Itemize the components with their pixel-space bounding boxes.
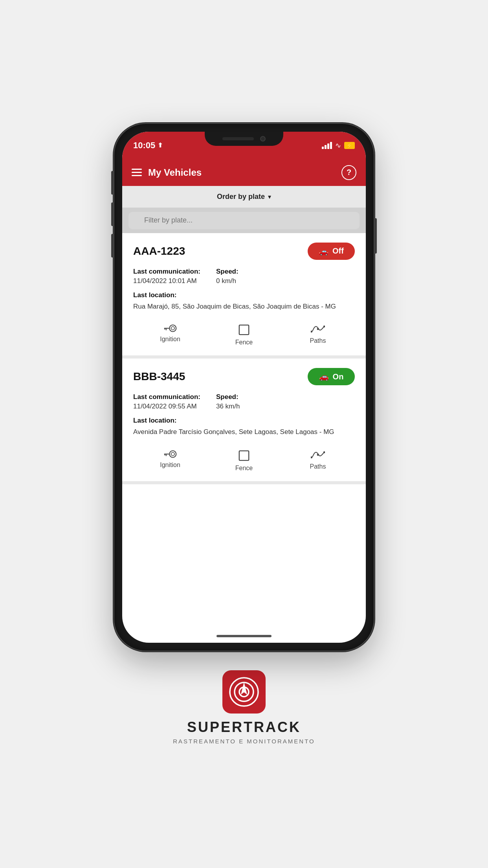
vehicle-header: AAA-1223 🚗 Off [133, 243, 355, 260]
svg-rect-14 [239, 451, 249, 460]
fence-button[interactable]: Fence [224, 324, 264, 346]
ignition-label: Ignition [160, 462, 180, 469]
paths-icon [311, 324, 325, 334]
battery-icon: ⚡ [344, 142, 355, 149]
location-label: Last location: [133, 291, 355, 299]
vehicle-info: Last communication: 11/04/2022 10:01 AM … [133, 268, 355, 285]
status-bar: 10:05 ⬆ ∿ ⚡ [122, 132, 366, 159]
fence-button[interactable]: Fence [224, 450, 264, 472]
header-left: My Vehicles [132, 167, 202, 178]
paths-label: Paths [310, 337, 326, 344]
car-icon: 🚗 [319, 372, 329, 381]
svg-point-17 [317, 454, 319, 456]
phone-screen: 10:05 ⬆ ∿ ⚡ [122, 132, 366, 643]
speed-label: Speed: [216, 393, 240, 401]
comm-label: Last communication: [133, 268, 200, 276]
svg-point-9 [169, 451, 176, 457]
notch-speaker [222, 137, 254, 140]
search-container: 🔍 [128, 212, 360, 229]
paths-button[interactable]: Paths [298, 324, 338, 346]
svg-rect-5 [239, 325, 249, 335]
notch-camera [260, 136, 266, 142]
location-block: Last location: Rua Marajó, 85, São Joaqu… [133, 291, 355, 312]
svg-point-0 [169, 325, 176, 332]
car-icon: 🚗 [319, 246, 328, 256]
fence-icon [238, 450, 250, 462]
communication-block: Last communication: 11/04/2022 09:55 AM [133, 393, 200, 410]
comm-label: Last communication: [133, 393, 200, 401]
speed-label: Speed: [216, 268, 238, 276]
speed-block: Speed: 36 km/h [216, 393, 240, 410]
status-time: 10:05 ⬆ [133, 140, 163, 151]
speed-value: 36 km/h [216, 403, 240, 410]
help-button[interactable]: ? [341, 165, 356, 180]
location-label: Last location: [133, 417, 355, 425]
ignition-button[interactable]: Ignition [150, 450, 190, 472]
location-value: Rua Marajó, 85, São Joaquim de Bicas, Sã… [133, 302, 355, 312]
status-badge-off: 🚗 Off [308, 243, 355, 260]
key-icon [163, 324, 177, 333]
key-icon [163, 450, 177, 458]
app-header: My Vehicles ? [122, 159, 366, 186]
paths-button[interactable]: Paths [298, 450, 338, 472]
notch [205, 132, 283, 146]
status-text: Off [332, 246, 344, 256]
search-input[interactable] [128, 212, 360, 229]
sort-label: Order by plate [217, 193, 265, 201]
action-row: Ignition Fence [133, 447, 355, 473]
vehicles-list: AAA-1223 🚗 Off Last communication: 11/04… [122, 233, 366, 643]
supertrack-logo [222, 670, 266, 714]
action-row: Ignition Fence [133, 321, 355, 348]
hamburger-menu-icon[interactable] [132, 169, 142, 176]
search-bar: 🔍 [122, 208, 366, 233]
status-text: On [333, 372, 344, 381]
wifi-icon: ∿ [335, 141, 341, 150]
sort-bar[interactable]: Order by plate ▾ [122, 186, 366, 208]
brand-section: SUPERTRACK RASTREAMENTO E MONITORAMENTO [173, 670, 315, 745]
svg-point-10 [171, 452, 175, 456]
vehicle-card: BBB-3445 🚗 On Last communication: 11/04/… [122, 359, 366, 484]
speed-value: 0 km/h [216, 277, 238, 285]
vehicle-info: Last communication: 11/04/2022 09:55 AM … [133, 393, 355, 410]
app-title: My Vehicles [148, 167, 202, 178]
page-wrapper: 10:05 ⬆ ∿ ⚡ [0, 0, 488, 868]
comm-date: 11/04/2022 09:55 AM [133, 403, 200, 410]
paths-label: Paths [310, 463, 326, 470]
fence-label: Fence [235, 339, 253, 346]
vehicle-card: AAA-1223 🚗 Off Last communication: 11/04… [122, 233, 366, 359]
communication-block: Last communication: 11/04/2022 10:01 AM [133, 268, 200, 285]
vehicle-plate: BBB-3445 [133, 370, 185, 383]
fence-icon [238, 324, 250, 336]
svg-point-1 [171, 327, 175, 330]
speed-block: Speed: 0 km/h [216, 268, 238, 285]
home-indicator [216, 635, 272, 637]
vehicle-header: BBB-3445 🚗 On [133, 368, 355, 385]
ignition-button[interactable]: Ignition [150, 324, 190, 346]
phone-shell: 10:05 ⬆ ∿ ⚡ [114, 124, 374, 651]
paths-icon [311, 450, 325, 460]
ignition-label: Ignition [160, 336, 180, 343]
svg-point-8 [317, 328, 319, 330]
brand-name: SUPERTRACK [187, 719, 301, 736]
fence-label: Fence [235, 465, 253, 472]
location-value: Avenida Padre Tarcísio Gonçalves, Sete L… [133, 427, 355, 437]
signal-bars [322, 142, 332, 149]
comm-date: 11/04/2022 10:01 AM [133, 277, 200, 285]
location-block: Last location: Avenida Padre Tarcísio Go… [133, 417, 355, 437]
vehicle-plate: AAA-1223 [133, 245, 185, 257]
status-icons: ∿ ⚡ [322, 141, 355, 150]
location-arrow-icon: ⬆ [158, 142, 163, 149]
status-badge-on: 🚗 On [308, 368, 355, 385]
brand-tagline: RASTREAMENTO E MONITORAMENTO [173, 738, 315, 745]
sort-chevron-icon: ▾ [268, 193, 271, 200]
